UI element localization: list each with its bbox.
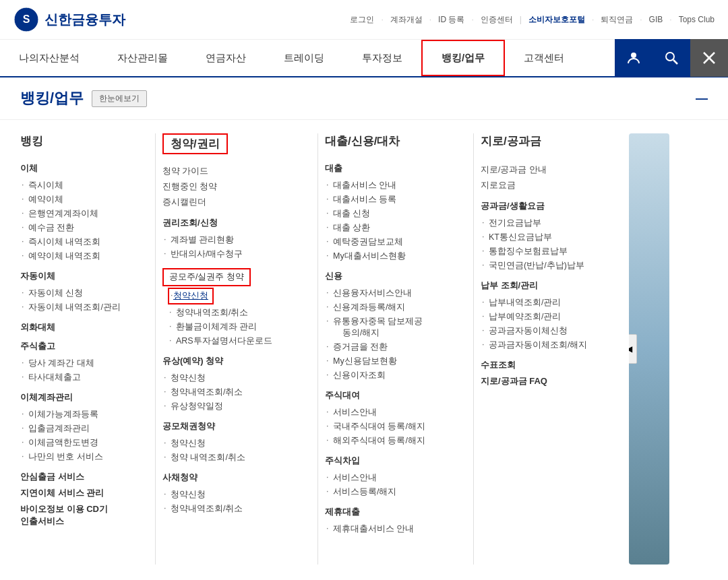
divider-1 — [155, 133, 156, 565]
main-nav: 나의자산분석 자산관리몰 연금자산 트레이딩 투자정보 뱅킹/업무 고객센터 — [0, 40, 728, 77]
main-content: 뱅킹 이체 즉시이체 예약이체 은행연계계좌이체 예수금 전환 즉시이체 내역조… — [0, 120, 728, 578]
nav-item-customer-center[interactable]: 고객센터 — [505, 40, 583, 76]
menu-external-transfer[interactable]: 타사대체출고 — [20, 370, 135, 385]
header-auth-center[interactable]: 인증센터 — [481, 14, 513, 26]
menu-market-calendar[interactable]: 증시캘린더 — [162, 195, 297, 210]
menu-margin-convert[interactable]: 증거금을 전환 — [325, 340, 453, 354]
menu-bills-info[interactable]: 지로/공과금 안내 — [481, 162, 609, 178]
nav-item-asset-management[interactable]: 자산관리몰 — [98, 40, 187, 76]
menu-credit-service-info[interactable]: 신용융자서비스안내 — [325, 286, 453, 300]
header-id-register[interactable]: ID 등록 — [438, 14, 464, 26]
menu-account-transfer[interactable]: 당사 계좌간 대체 — [20, 356, 135, 370]
nav-item-asset-analysis[interactable]: 나의자산분석 — [0, 40, 98, 76]
menu-subscription-history[interactable]: 청약내역조회/취소 — [168, 306, 297, 320]
nav-item-banking[interactable]: 뱅킹/업무 — [421, 40, 505, 76]
menu-ars-download[interactable]: ARS투자설명서다운로드 — [168, 334, 297, 348]
menu-pension-payment[interactable]: 국민연금(반납/추납)납부 — [481, 259, 609, 273]
menu-refund-account[interactable]: 환불금이체계좌 관리 — [168, 320, 297, 334]
nav-item-trading[interactable]: 트레이딩 — [265, 40, 343, 76]
menu-electricity-payment[interactable]: 전기요금납부 — [481, 216, 609, 230]
bills-section-payment-mgmt: 납부 조회/관리 — [481, 280, 609, 292]
minimize-button[interactable]: — — [696, 92, 708, 106]
menu-kt-payment[interactable]: KT통신요금납부 — [481, 230, 609, 245]
menu-stock-borrowing-info[interactable]: 서비스안내 — [325, 471, 453, 485]
menu-ongoing-subscription[interactable]: 진행중인 청약 — [162, 179, 297, 195]
menu-insurance-payment[interactable]: 통합징수보험료납부 — [481, 245, 609, 259]
menu-payment-history[interactable]: 납부내역조회/관리 — [481, 296, 609, 310]
nav-item-investment-info[interactable]: 투자정보 — [343, 40, 421, 76]
loan-section-loan: 대출 — [325, 162, 453, 174]
loan-section-stock-borrowing: 주식차입 — [325, 455, 453, 467]
svg-line-4 — [673, 60, 677, 64]
menu-instant-transfer-history[interactable]: 즉시이체 내역조회 — [20, 235, 135, 249]
menu-auto-transfer-history[interactable]: 자동이체 내역조회/관리 — [20, 300, 135, 315]
sub-section-bond: 공모채권청약 — [162, 420, 297, 432]
menu-my-loan-status[interactable]: My대출서비스현황 — [325, 249, 453, 263]
logo-area[interactable]: S 신한금융투자 — [13, 7, 125, 32]
menu-paid-sub-history[interactable]: 청약내역조회/취소 — [162, 385, 297, 399]
menu-my-credit-status[interactable]: My신용담보현황 — [325, 354, 453, 368]
menu-distribution-collateral[interactable]: 유통융자중목 담보제공 동의/해지 — [325, 315, 453, 340]
header-tops-club[interactable]: Tops Club — [679, 15, 715, 24]
user-icon-button[interactable] — [615, 39, 653, 77]
loan-section-credit: 신용 — [325, 270, 453, 282]
menu-paid-sub-schedule[interactable]: 유상청약일정 — [162, 399, 297, 414]
menu-auto-payment-apply[interactable]: 공과금자동이체신청 — [481, 324, 609, 338]
header-account-open[interactable]: 계좌개설 — [390, 14, 423, 26]
menu-auto-transfer-apply[interactable]: 자동이체 신청 — [20, 286, 135, 300]
menu-credit-account-register[interactable]: 신용계좌등록/해지 — [325, 300, 453, 315]
menu-payment-reservation[interactable]: 납부예약조회/관리 — [481, 310, 609, 324]
site-header: S 신한금융투자 로그인 · 계좌개설 · ID 등록 · 인증센터 | 소비자… — [0, 0, 728, 40]
menu-overseas-stock-lending[interactable]: 해외주식대여 등록/해지 — [325, 434, 453, 448]
search-icon-button[interactable] — [653, 39, 690, 77]
menu-bills-fee[interactable]: 지로요금 — [481, 178, 609, 193]
page-title: 뱅킹/업무 — [20, 88, 84, 108]
menu-domestic-stock-lending[interactable]: 국내주식대여 등록/해지 — [325, 420, 453, 434]
menu-account-status[interactable]: 계좌별 관리현황 — [162, 233, 297, 247]
menu-instant-transfer[interactable]: 즉시이체 — [20, 179, 135, 193]
menu-loan-repay[interactable]: 대출 상환 — [325, 221, 453, 235]
svg-point-3 — [666, 53, 674, 61]
sidebar-toggle-arrow[interactable]: ◀ — [629, 334, 637, 364]
menu-deposit-account-mgmt[interactable]: 입출금계좌관리 — [20, 422, 135, 436]
banking-section-bio: 바이오정보 이용 CD기인출서비스 — [20, 503, 135, 527]
menu-stock-lending-info[interactable]: 서비스안내 — [325, 406, 453, 420]
close-icon-button[interactable] — [690, 39, 728, 77]
header-gib[interactable]: GIB — [649, 15, 663, 24]
loan-section-affiliated: 제휴대출 — [325, 506, 453, 518]
menu-auto-payment-cancel[interactable]: 공과금자동이체조회/해지 — [481, 338, 609, 352]
menu-scheduled-transfer[interactable]: 예약이체 — [20, 193, 135, 207]
menu-deposit-convert[interactable]: 예수금 전환 — [20, 221, 135, 235]
menu-loan-service-info[interactable]: 대출서비스 안내 — [325, 179, 453, 193]
menu-credit-interest[interactable]: 신용이자조회 — [325, 368, 453, 383]
menu-scheduled-transfer-history[interactable]: 예약이체 내역조회 — [20, 249, 135, 263]
menu-affiliated-loan-info[interactable]: 제휴대출서비스 안내 — [325, 522, 453, 536]
menu-bond-sub-history[interactable]: 청약 내역조회/취소 — [162, 451, 297, 465]
menu-stock-borrowing-register[interactable]: 서비스등록/해지 — [325, 485, 453, 499]
page-header: 뱅킹/업무 한눈에보기 — — [0, 77, 728, 120]
menu-private-bond-apply[interactable]: 청약신청 — [162, 488, 297, 502]
menu-objection-buyback[interactable]: 반대의사/매수청구 — [162, 247, 297, 261]
loan-section-stock-lending: 주식대여 — [325, 389, 453, 401]
banking-column: 뱅킹 이체 즉시이체 예약이체 은행연계계좌이체 예수금 전환 즉시이체 내역조… — [20, 133, 148, 565]
menu-paid-sub-apply[interactable]: 청약신청 — [162, 371, 297, 385]
menu-bank-linked-transfer[interactable]: 은행연계계좌이체 — [20, 207, 135, 221]
overview-button[interactable]: 한눈에보기 — [92, 90, 147, 107]
header-retirement[interactable]: 퇴직연금 — [601, 14, 633, 26]
menu-deposit-collateral-replace[interactable]: 예탁중권담보교체 — [325, 235, 453, 249]
header-login[interactable]: 로그인 — [350, 14, 374, 26]
header-consumer-protection[interactable]: 소비자보호포털 — [528, 14, 585, 26]
divider-2 — [317, 133, 318, 565]
loan-header: 대출/신용/대차 — [325, 133, 453, 153]
menu-private-bond-history[interactable]: 청약내역조회/취소 — [162, 502, 297, 516]
nav-item-pension[interactable]: 연금자산 — [187, 40, 265, 76]
menu-account-register[interactable]: 이체가능계좌등록 — [20, 408, 135, 422]
menu-my-number[interactable]: 나만의 번호 서비스 — [20, 450, 135, 464]
menu-bond-sub-apply[interactable]: 청약신청 — [162, 437, 297, 451]
menu-subscription-apply-highlighted[interactable]: 청약신청 — [168, 288, 214, 304]
menu-limit-change[interactable]: 이체금액한도변경 — [20, 436, 135, 450]
subscription-header: 청약/권리 — [171, 137, 220, 154]
menu-subscription-guide[interactable]: 청약 가이드 — [162, 164, 297, 179]
menu-loan-apply[interactable]: 대출 신청 — [325, 207, 453, 221]
menu-loan-service-register[interactable]: 대출서비스 등록 — [325, 193, 453, 207]
